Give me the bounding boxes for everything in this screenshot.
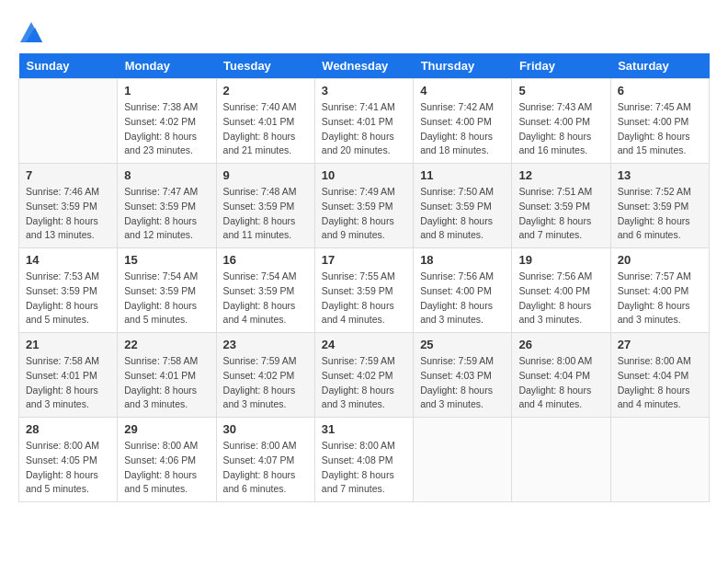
day-info: Sunrise: 7:41 AMSunset: 4:01 PMDaylight:…	[322, 100, 406, 158]
day-number: 11	[420, 168, 505, 182]
day-number: 9	[223, 168, 308, 182]
day-info: Sunrise: 7:59 AMSunset: 4:03 PMDaylight:…	[420, 354, 505, 412]
day-cell: 9Sunrise: 7:48 AMSunset: 3:59 PMDaylight…	[216, 164, 314, 248]
day-cell: 16Sunrise: 7:54 AMSunset: 3:59 PMDayligh…	[216, 248, 314, 333]
day-info: Sunrise: 7:55 AMSunset: 3:59 PMDaylight:…	[322, 270, 406, 327]
day-number: 21	[26, 338, 110, 351]
week-row-5: 28Sunrise: 8:00 AMSunset: 4:05 PMDayligh…	[19, 418, 710, 502]
day-info: Sunrise: 8:00 AMSunset: 4:06 PMDaylight:…	[124, 439, 209, 497]
day-info: Sunrise: 7:38 AMSunset: 4:02 PMDaylight:…	[124, 100, 209, 158]
day-number: 13	[618, 168, 702, 182]
week-row-3: 14Sunrise: 7:53 AMSunset: 3:59 PMDayligh…	[19, 248, 710, 333]
day-number: 15	[124, 253, 209, 267]
day-cell: 18Sunrise: 7:56 AMSunset: 4:00 PMDayligh…	[414, 248, 512, 333]
day-cell: 20Sunrise: 7:57 AMSunset: 4:00 PMDayligh…	[610, 248, 709, 333]
day-cell	[19, 79, 118, 164]
day-number: 17	[322, 253, 406, 267]
day-number: 23	[223, 338, 308, 351]
day-cell: 27Sunrise: 8:00 AMSunset: 4:04 PMDayligh…	[610, 333, 709, 418]
day-header-monday: Monday	[118, 53, 216, 79]
day-info: Sunrise: 7:40 AMSunset: 4:01 PMDaylight:…	[223, 100, 308, 158]
day-number: 4	[420, 84, 505, 98]
day-info: Sunrise: 7:59 AMSunset: 4:02 PMDaylight:…	[223, 354, 308, 412]
day-info: Sunrise: 7:49 AMSunset: 3:59 PMDaylight:…	[322, 185, 406, 243]
day-number: 31	[322, 422, 406, 436]
day-info: Sunrise: 8:00 AMSunset: 4:04 PMDaylight:…	[518, 354, 603, 412]
day-cell: 21Sunrise: 7:58 AMSunset: 4:01 PMDayligh…	[19, 333, 118, 418]
day-number: 6	[618, 84, 702, 98]
day-cell: 7Sunrise: 7:46 AMSunset: 3:59 PMDaylight…	[19, 164, 118, 248]
day-cell: 10Sunrise: 7:49 AMSunset: 3:59 PMDayligh…	[314, 164, 413, 248]
day-cell: 23Sunrise: 7:59 AMSunset: 4:02 PMDayligh…	[216, 333, 314, 418]
day-header-wednesday: Wednesday	[314, 53, 413, 79]
day-info: Sunrise: 7:43 AMSunset: 4:00 PMDaylight:…	[518, 100, 603, 158]
logo-icon	[18, 18, 44, 44]
day-info: Sunrise: 7:47 AMSunset: 3:59 PMDaylight:…	[124, 185, 209, 243]
day-number: 20	[618, 253, 702, 267]
day-number: 1	[124, 84, 209, 98]
week-row-2: 7Sunrise: 7:46 AMSunset: 3:59 PMDaylight…	[19, 164, 710, 248]
day-number: 24	[322, 338, 406, 351]
day-cell: 15Sunrise: 7:54 AMSunset: 3:59 PMDayligh…	[118, 248, 216, 333]
day-number: 5	[518, 84, 603, 98]
day-info: Sunrise: 7:57 AMSunset: 4:00 PMDaylight:…	[618, 270, 702, 327]
day-header-friday: Friday	[512, 53, 610, 79]
day-cell: 12Sunrise: 7:51 AMSunset: 3:59 PMDayligh…	[512, 164, 610, 248]
day-number: 10	[322, 168, 406, 182]
day-number: 26	[518, 338, 603, 351]
day-info: Sunrise: 7:48 AMSunset: 3:59 PMDaylight:…	[223, 185, 308, 243]
day-number: 25	[420, 338, 505, 351]
day-cell: 4Sunrise: 7:42 AMSunset: 4:00 PMDaylight…	[414, 79, 512, 164]
day-cell: 6Sunrise: 7:45 AMSunset: 4:00 PMDaylight…	[610, 79, 709, 164]
day-info: Sunrise: 7:46 AMSunset: 3:59 PMDaylight:…	[26, 185, 110, 243]
day-number: 27	[618, 338, 702, 351]
day-number: 16	[223, 253, 308, 267]
day-number: 19	[518, 253, 603, 267]
day-cell	[414, 418, 512, 502]
day-header-thursday: Thursday	[414, 53, 512, 79]
day-cell: 25Sunrise: 7:59 AMSunset: 4:03 PMDayligh…	[414, 333, 512, 418]
day-cell: 17Sunrise: 7:55 AMSunset: 3:59 PMDayligh…	[314, 248, 413, 333]
day-info: Sunrise: 7:45 AMSunset: 4:00 PMDaylight:…	[618, 100, 702, 158]
calendar-header-row: SundayMondayTuesdayWednesdayThursdayFrid…	[19, 53, 710, 79]
day-cell: 5Sunrise: 7:43 AMSunset: 4:00 PMDaylight…	[512, 79, 610, 164]
day-cell: 13Sunrise: 7:52 AMSunset: 3:59 PMDayligh…	[610, 164, 709, 248]
day-info: Sunrise: 7:51 AMSunset: 3:59 PMDaylight:…	[518, 185, 603, 243]
day-info: Sunrise: 7:42 AMSunset: 4:00 PMDaylight:…	[420, 100, 505, 158]
day-info: Sunrise: 7:54 AMSunset: 3:59 PMDaylight:…	[124, 270, 209, 327]
day-cell: 14Sunrise: 7:53 AMSunset: 3:59 PMDayligh…	[19, 248, 118, 333]
day-cell: 30Sunrise: 8:00 AMSunset: 4:07 PMDayligh…	[216, 418, 314, 502]
day-info: Sunrise: 8:00 AMSunset: 4:08 PMDaylight:…	[322, 439, 406, 497]
day-info: Sunrise: 7:52 AMSunset: 3:59 PMDaylight:…	[618, 185, 702, 243]
day-cell: 29Sunrise: 8:00 AMSunset: 4:06 PMDayligh…	[118, 418, 216, 502]
day-number: 8	[124, 168, 209, 182]
day-info: Sunrise: 7:50 AMSunset: 3:59 PMDaylight:…	[420, 185, 505, 243]
day-info: Sunrise: 7:58 AMSunset: 4:01 PMDaylight:…	[26, 354, 110, 412]
day-header-saturday: Saturday	[610, 53, 709, 79]
day-info: Sunrise: 8:00 AMSunset: 4:07 PMDaylight:…	[223, 439, 308, 497]
day-info: Sunrise: 7:54 AMSunset: 3:59 PMDaylight:…	[223, 270, 308, 327]
day-number: 18	[420, 253, 505, 267]
day-cell: 3Sunrise: 7:41 AMSunset: 4:01 PMDaylight…	[314, 79, 413, 164]
day-cell	[610, 418, 709, 502]
day-number: 30	[223, 422, 308, 436]
day-info: Sunrise: 8:00 AMSunset: 4:05 PMDaylight:…	[26, 439, 110, 497]
day-info: Sunrise: 7:56 AMSunset: 4:00 PMDaylight:…	[518, 270, 603, 327]
day-cell: 8Sunrise: 7:47 AMSunset: 3:59 PMDaylight…	[118, 164, 216, 248]
day-info: Sunrise: 7:58 AMSunset: 4:01 PMDaylight:…	[124, 354, 209, 412]
day-number: 7	[26, 168, 110, 182]
day-cell: 24Sunrise: 7:59 AMSunset: 4:02 PMDayligh…	[314, 333, 413, 418]
day-number: 2	[223, 84, 308, 98]
day-cell: 26Sunrise: 8:00 AMSunset: 4:04 PMDayligh…	[512, 333, 610, 418]
day-number: 28	[26, 422, 110, 436]
day-number: 22	[124, 338, 209, 351]
day-number: 29	[124, 422, 209, 436]
day-cell: 1Sunrise: 7:38 AMSunset: 4:02 PMDaylight…	[118, 79, 216, 164]
day-info: Sunrise: 7:59 AMSunset: 4:02 PMDaylight:…	[322, 354, 406, 412]
day-info: Sunrise: 7:56 AMSunset: 4:00 PMDaylight:…	[420, 270, 505, 327]
week-row-4: 21Sunrise: 7:58 AMSunset: 4:01 PMDayligh…	[19, 333, 710, 418]
week-row-1: 1Sunrise: 7:38 AMSunset: 4:02 PMDaylight…	[19, 79, 710, 164]
day-number: 12	[518, 168, 603, 182]
day-header-sunday: Sunday	[19, 53, 118, 79]
day-cell	[512, 418, 610, 502]
